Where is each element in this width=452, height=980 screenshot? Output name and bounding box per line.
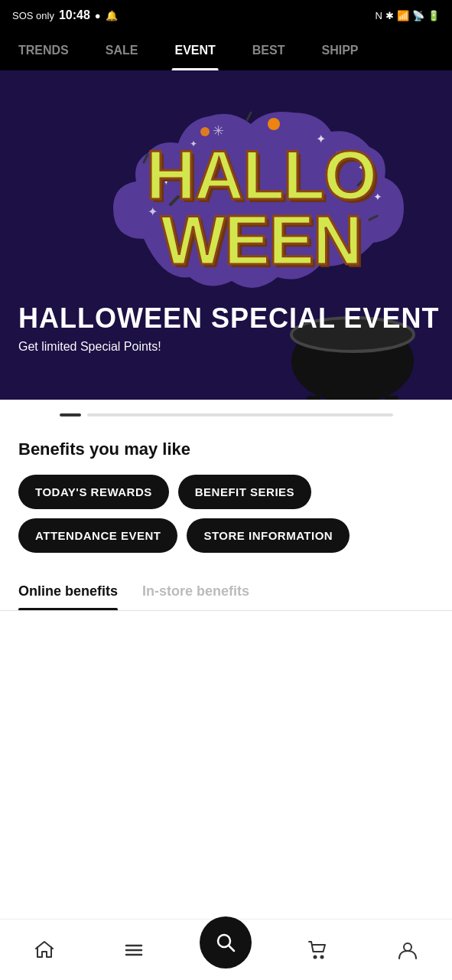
hero-title: HALLOWEEN SPECIAL EVENT (18, 302, 439, 334)
status-bar: SOS only 10:48 ● 🔔 N ✱ 📶 📡 🔋 (0, 0, 452, 31)
tab-shipping[interactable]: SHIPP (303, 31, 376, 70)
hallo-text: HALLO (146, 143, 376, 209)
tab-instore-benefits[interactable]: In-store benefits (142, 583, 249, 610)
status-bell-icon: 🔔 (106, 10, 118, 21)
nav-home[interactable] (21, 927, 67, 973)
sos-text: SOS only (12, 10, 54, 21)
battery-icon: 🔋 (428, 10, 440, 21)
nav-search-fab[interactable] (200, 916, 252, 969)
status-right: N ✱ 📶 📡 🔋 (376, 10, 440, 21)
hero-text-group: HALLOWEEN SPECIAL EVENT Get limited Spec… (18, 302, 439, 354)
status-dot-icon: ● (95, 10, 101, 21)
slide-dot-active (60, 413, 81, 416)
menu-icon (123, 939, 145, 961)
pill-attendance-event[interactable]: ATTENDANCE EVENT (18, 518, 177, 553)
tab-trends[interactable]: TRENDS (0, 31, 87, 70)
hero-subtitle: Get limited Special Points! (18, 340, 439, 354)
home-icon (34, 939, 55, 961)
svg-rect-19 (385, 396, 398, 400)
signal-icon: 📶 (397, 10, 409, 21)
slide-dot-inactive (87, 413, 393, 416)
pill-todays-rewards[interactable]: TODAY'S REWARDS (18, 475, 169, 509)
tab-best[interactable]: BEST (234, 31, 304, 70)
status-time: 10:48 (59, 8, 90, 22)
tabs-row: Online benefits In-store benefits (0, 583, 452, 610)
bluetooth-icon: ✱ (385, 10, 394, 21)
wifi-icon: 📡 (412, 10, 424, 21)
svg-point-26 (314, 956, 317, 958)
bottom-spacer (0, 611, 452, 672)
svg-point-28 (404, 943, 411, 951)
svg-point-27 (321, 956, 324, 958)
benefits-section: Benefits you may like TODAY'S REWARDS BE… (0, 424, 452, 553)
ween-text: WEEN (161, 208, 361, 274)
status-left: SOS only 10:48 ● 🔔 (12, 8, 118, 22)
tab-sale[interactable]: SALE (87, 31, 157, 70)
pill-store-information[interactable]: STORE INFORMATION (187, 518, 350, 553)
nfc-icon: N (376, 10, 382, 21)
benefits-heading: Benefits you may like (18, 439, 434, 459)
benefits-pills: TODAY'S REWARDS BENEFIT SERIES ATTENDANC… (18, 475, 434, 553)
nav-tabs: TRENDS SALE EVENT BEST SHIPP (0, 31, 452, 70)
svg-rect-18 (307, 396, 320, 400)
svg-line-25 (229, 946, 234, 951)
nav-cart[interactable] (295, 927, 341, 973)
profile-icon (397, 939, 418, 961)
hero-banner: ✦ ✦ ✦ ✦ ✦ ✦ ✳ ✳ HALLO (0, 70, 452, 400)
tab-event[interactable]: EVENT (156, 31, 233, 70)
bottom-nav (0, 919, 452, 980)
pill-benefit-series[interactable]: BENEFIT SERIES (178, 475, 311, 509)
tab-online-benefits[interactable]: Online benefits (18, 583, 118, 610)
content-tabs-section: Online benefits In-store benefits (0, 553, 452, 611)
nav-menu[interactable] (111, 927, 157, 973)
nav-profile[interactable] (385, 927, 431, 973)
hero-background: ✦ ✦ ✦ ✦ ✦ ✦ ✳ ✳ HALLO (0, 70, 452, 400)
search-icon (214, 931, 237, 954)
cart-icon (307, 939, 329, 961)
slide-indicator (0, 400, 452, 424)
